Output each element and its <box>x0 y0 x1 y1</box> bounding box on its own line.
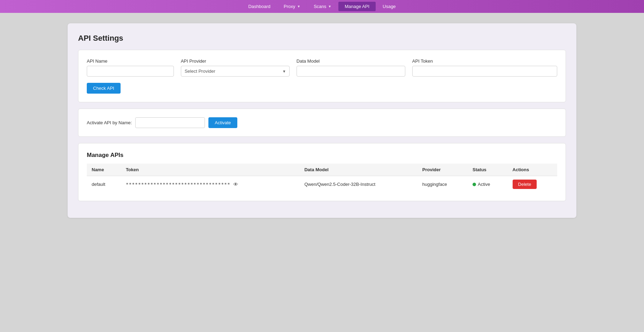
col-provider: Provider <box>417 164 468 176</box>
token-cell: ********************************** 👁 <box>126 181 295 187</box>
row-actions: Delete <box>508 176 557 193</box>
manage-apis-title: Manage APIs <box>87 152 557 159</box>
api-settings-card: API Settings API Name API Provider Selec… <box>68 23 576 218</box>
row-provider: huggingface <box>417 176 468 193</box>
nav-usage[interactable]: Usage <box>376 2 402 11</box>
activate-button[interactable]: Activate <box>208 117 237 128</box>
api-name-group: API Name <box>87 58 174 77</box>
data-model-input[interactable] <box>297 66 405 77</box>
nav-scans-label: Scans <box>314 4 326 9</box>
nav-manage-api[interactable]: Manage API <box>338 2 376 11</box>
eye-icon[interactable]: 👁 <box>233 181 238 187</box>
nav-proxy[interactable]: Proxy ▼ <box>277 2 307 11</box>
chevron-down-icon: ▼ <box>328 5 331 8</box>
nav-dashboard-label: Dashboard <box>248 4 270 9</box>
token-value: ********************************** <box>126 182 230 187</box>
activate-input[interactable] <box>135 117 205 128</box>
api-form-row: API Name API Provider Select Provider ▼ … <box>87 58 557 77</box>
col-name: Name <box>87 164 121 176</box>
row-data-model: Qwen/Qwen2.5-Coder-32B-Instruct <box>299 176 417 193</box>
row-name: default <box>87 176 121 193</box>
api-name-label: API Name <box>87 58 174 64</box>
api-provider-select-wrapper: Select Provider ▼ <box>181 66 290 77</box>
status-dot-icon <box>473 183 476 186</box>
nav-dashboard[interactable]: Dashboard <box>242 2 277 11</box>
activate-row: Activate API by Name: Activate <box>87 117 557 128</box>
check-api-button[interactable]: Check API <box>87 83 121 94</box>
api-token-input[interactable] <box>412 66 557 77</box>
row-status: Active <box>468 176 507 193</box>
api-token-label: API Token <box>412 58 557 64</box>
col-token: Token <box>121 164 300 176</box>
table-header: Name Token Data Model Provider Status Ac… <box>87 164 557 176</box>
nav-proxy-label: Proxy <box>284 4 295 9</box>
table-header-row: Name Token Data Model Provider Status Ac… <box>87 164 557 176</box>
api-name-input[interactable] <box>87 66 174 77</box>
activate-label: Activate API by Name: <box>87 120 132 125</box>
page-title: API Settings <box>78 34 566 43</box>
apis-table: Name Token Data Model Provider Status Ac… <box>87 164 557 192</box>
nav-scans[interactable]: Scans ▼ <box>307 2 338 11</box>
col-data-model: Data Model <box>299 164 417 176</box>
col-status: Status <box>468 164 507 176</box>
api-provider-select[interactable]: Select Provider <box>181 66 290 77</box>
data-model-group: Data Model <box>297 58 405 77</box>
chevron-down-icon: ▼ <box>297 5 300 8</box>
status-active: Active <box>473 182 503 187</box>
api-provider-label: API Provider <box>181 58 290 64</box>
api-token-group: API Token <box>412 58 557 77</box>
activate-section: Activate API by Name: Activate <box>78 109 566 137</box>
nav-usage-label: Usage <box>383 4 396 9</box>
data-model-label: Data Model <box>297 58 405 64</box>
api-form-section: API Name API Provider Select Provider ▼ … <box>78 50 566 102</box>
nav-manage-api-label: Manage API <box>345 4 369 9</box>
api-provider-group: API Provider Select Provider ▼ <box>181 58 290 77</box>
page-body: API Settings API Name API Provider Selec… <box>0 13 644 332</box>
main-nav: Dashboard Proxy ▼ Scans ▼ Manage API Usa… <box>0 0 644 13</box>
row-token: ********************************** 👁 <box>121 176 300 193</box>
delete-button[interactable]: Delete <box>513 180 537 189</box>
status-label: Active <box>478 182 490 187</box>
col-actions: Actions <box>508 164 557 176</box>
manage-apis-section: Manage APIs Name Token Data Model Provid… <box>78 143 566 201</box>
table-row: default ********************************… <box>87 176 557 193</box>
table-body: default ********************************… <box>87 176 557 193</box>
